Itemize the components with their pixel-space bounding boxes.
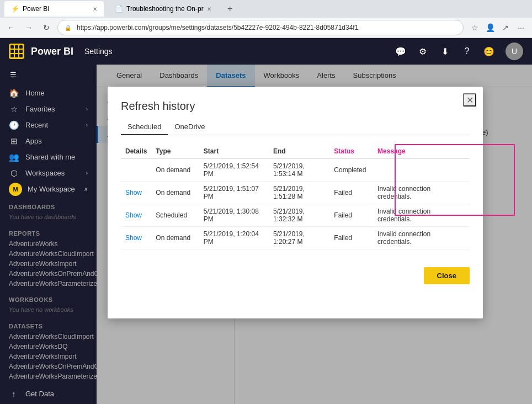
logo-dot bbox=[19, 50, 23, 53]
sidebar-item-recent[interactable]: 🕐 Recent › bbox=[0, 117, 97, 133]
chevron-right-icon: › bbox=[86, 106, 88, 112]
row2-type: On demand bbox=[151, 182, 199, 204]
row1-message bbox=[373, 159, 470, 182]
browser-tab-inactive[interactable]: 📄 Troubleshooting the On-pr ✕ bbox=[108, 1, 218, 17]
sidebar-menu-button[interactable]: ☰ bbox=[2, 67, 24, 83]
sidebar-item-getdata[interactable]: ↑ Get Data bbox=[0, 382, 97, 404]
sidebar-dataset-import[interactable]: AdventureWorksImport bbox=[9, 352, 88, 362]
reports-section-title: REPORTS bbox=[9, 228, 88, 239]
browser-tab-active[interactable]: ⚡ Power BI ✕ bbox=[4, 1, 104, 17]
browser-bookmark-button[interactable]: ☆ bbox=[468, 21, 481, 34]
browser-forward-button[interactable]: → bbox=[22, 21, 35, 34]
sidebar-item-apps[interactable]: ⊞ Apps bbox=[0, 133, 97, 149]
col-header-type: Type bbox=[151, 144, 199, 159]
modal-close-footer-button[interactable]: Close bbox=[424, 267, 470, 284]
logo-dot bbox=[10, 45, 14, 49]
modal-tab-scheduled[interactable]: Scheduled bbox=[121, 119, 168, 135]
row2-message: Invalid connection credentials. bbox=[373, 182, 470, 204]
sidebar-item-favorites[interactable]: ☆ Favorites › bbox=[0, 101, 97, 117]
table-row: Show Scheduled 5/21/2019, 1:30:08 PM 5/2… bbox=[121, 204, 470, 227]
my-workspace-label: My Workspace bbox=[28, 185, 78, 193]
dashboards-section-title: DASHBOARDS bbox=[9, 201, 88, 212]
sidebar-item-shared[interactable]: 👥 Shared with me bbox=[0, 149, 97, 165]
row4-start: 5/21/2019, 1:20:04 PM bbox=[199, 227, 269, 249]
chat-icon-button[interactable]: 💬 bbox=[391, 41, 411, 61]
logo-dot bbox=[15, 54, 18, 57]
app-subtitle: Settings bbox=[84, 47, 113, 56]
sidebar-getdata-label: Get Data bbox=[25, 390, 88, 398]
row2-show-link[interactable]: Show bbox=[125, 189, 142, 196]
sidebar-report-adventureworks[interactable]: AdventureWorks bbox=[9, 239, 88, 249]
my-workspace-icon: M bbox=[9, 183, 22, 196]
favorites-icon: ☆ bbox=[9, 104, 19, 114]
table-row: On demand 5/21/2019, 1:52:54 PM 5/21/201… bbox=[121, 159, 470, 182]
modal-footer: Close bbox=[121, 258, 470, 284]
help-icon-button[interactable]: ? bbox=[457, 41, 477, 61]
refresh-history-table: Details Type Start End Status Message bbox=[121, 144, 470, 249]
logo-dot bbox=[15, 50, 18, 53]
refresh-table-wrapper: Details Type Start End Status Message bbox=[121, 144, 470, 249]
browser-refresh-button[interactable]: ↻ bbox=[40, 21, 53, 34]
sidebar: ☰ 🏠 Home ☆ Favorites › 🕐 Recent › ⊞ Apps bbox=[0, 65, 97, 404]
row2-status: Failed bbox=[329, 182, 373, 204]
sidebar-dataset-cloudimport[interactable]: AdventureWorksCloudImport bbox=[9, 332, 88, 342]
app-title: Power BI bbox=[31, 46, 73, 57]
sidebar-dataset-param[interactable]: AdventureWorksParameterize... bbox=[9, 371, 88, 381]
powerbi-logo bbox=[9, 44, 24, 59]
browser-tab-close-icon[interactable]: ✕ bbox=[93, 6, 97, 12]
table-row: Show On demand 5/21/2019, 1:20:04 PM 5/2… bbox=[121, 227, 470, 249]
download-icon-button[interactable]: ⬇ bbox=[435, 41, 455, 61]
browser-share-button[interactable]: ↗ bbox=[499, 21, 512, 34]
sidebar-shared-label: Shared with me bbox=[25, 153, 88, 161]
new-tab-button[interactable]: + bbox=[222, 1, 238, 17]
header-icons: 💬 ⚙ ⬇ ? 😊 bbox=[391, 41, 499, 61]
browser-url: https://app.powerbi.com/groups/me/settin… bbox=[77, 24, 358, 31]
sidebar-dataset-dq[interactable]: AdventureWorksDQ bbox=[9, 342, 88, 352]
browser-action-buttons: ☆ 👤 ↗ ··· bbox=[468, 21, 528, 34]
browser-profile-button[interactable]: 👤 bbox=[483, 21, 497, 34]
sidebar-dataset-onprem[interactable]: AdventureWorksOnPremAndC... bbox=[9, 362, 88, 371]
workbooks-section: WORKBOOKS You have no workbooks bbox=[0, 290, 97, 316]
table-row: Show On demand 5/21/2019, 1:51:07 PM 5/2… bbox=[121, 182, 470, 204]
browser-address-bar[interactable]: 🔒 https://app.powerbi.com/groups/me/sett… bbox=[57, 20, 464, 35]
browser-tab2-close-icon[interactable]: ✕ bbox=[207, 6, 211, 12]
logo-dots bbox=[10, 45, 23, 57]
sidebar-item-home[interactable]: 🏠 Home bbox=[0, 85, 97, 101]
browser-more-button[interactable]: ··· bbox=[514, 21, 528, 34]
sidebar-item-workspaces[interactable]: ⬡ Workspaces › bbox=[0, 165, 97, 181]
feedback-icon-button[interactable]: 😊 bbox=[479, 41, 499, 61]
row3-message: Invalid connection credentials. bbox=[373, 204, 470, 227]
sidebar-report-adventureworks-onprem[interactable]: AdventureWorksOnPremAndC... bbox=[9, 269, 88, 279]
sidebar-report-adventureworks-cloudimport[interactable]: AdventureWorksCloudImport bbox=[9, 249, 88, 259]
row1-status: Completed bbox=[329, 159, 373, 182]
sidebar-my-workspace[interactable]: M My Workspace ∧ bbox=[0, 181, 97, 197]
reports-section: REPORTS AdventureWorks AdventureWorksClo… bbox=[0, 224, 97, 290]
row4-show-link[interactable]: Show bbox=[125, 234, 142, 242]
modal-overlay[interactable]: ✕ Refresh history Scheduled OneDrive Det… bbox=[97, 65, 532, 404]
sidebar-report-adventureworks-param[interactable]: AdventureWorksParameterize... bbox=[9, 279, 88, 289]
modal-tab-onedrive[interactable]: OneDrive bbox=[168, 119, 211, 135]
row3-type: Scheduled bbox=[151, 204, 199, 227]
sidebar-bottom: ↑ Get Data bbox=[0, 382, 97, 404]
browser-chrome: ⚡ Power BI ✕ 📄 Troubleshooting the On-pr… bbox=[0, 0, 532, 38]
row4-status: Failed bbox=[329, 227, 373, 249]
row3-show-link[interactable]: Show bbox=[125, 211, 142, 219]
tab2-title: Troubleshooting the On-pr bbox=[126, 5, 204, 13]
dashboards-empty-text: You have no dashboards bbox=[9, 212, 88, 222]
refresh-history-modal: ✕ Refresh history Scheduled OneDrive Det… bbox=[108, 87, 483, 318]
col-header-start: Start bbox=[199, 144, 269, 159]
modal-title: Refresh history bbox=[121, 100, 470, 113]
sidebar-favorites-label: Favorites bbox=[25, 105, 79, 113]
settings-icon-button[interactable]: ⚙ bbox=[413, 41, 433, 61]
app-wrapper: Power BI Settings 💬 ⚙ ⬇ ? 😊 U ☰ 🏠 Home ☆… bbox=[0, 38, 532, 404]
user-avatar[interactable]: U bbox=[506, 42, 523, 60]
dashboards-section: DASHBOARDS You have no dashboards bbox=[0, 197, 97, 224]
getdata-icon: ↑ bbox=[9, 389, 19, 398]
powerbi-tab-icon: ⚡ bbox=[11, 5, 19, 13]
browser-back-button[interactable]: ← bbox=[4, 21, 18, 34]
chevron-right-icon: › bbox=[86, 122, 88, 128]
powerbi-tab-title: Power BI bbox=[23, 5, 50, 13]
sidebar-report-adventureworks-import[interactable]: AdventureWorksImport bbox=[9, 259, 88, 269]
modal-close-button[interactable]: ✕ bbox=[463, 93, 476, 107]
col-header-details: Details bbox=[121, 144, 151, 159]
